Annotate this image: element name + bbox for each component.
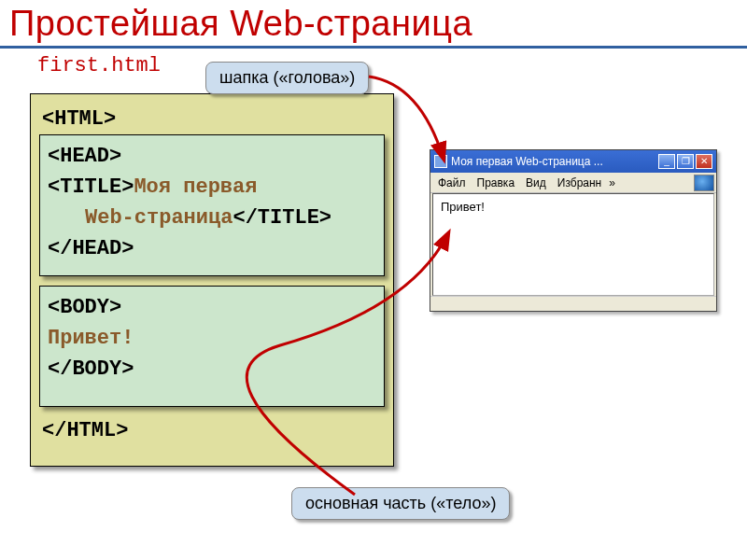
code-title-line1: <TITLE>Моя первая: [48, 172, 376, 203]
code-title-close: </TITLE>: [233, 206, 331, 230]
code-title-text2: Web-страница: [48, 203, 233, 233]
browser-window-title: Моя первая Web-страница ...: [451, 155, 656, 168]
code-html-open: <HTML>: [42, 104, 382, 135]
browser-titlebar: Моя первая Web-страница ... _ ❐ ✕: [430, 150, 716, 173]
browser-content-text: Привет!: [441, 200, 485, 214]
code-title-line2: Web-страница</TITLE>: [48, 203, 376, 233]
code-head-block: <HEAD> <TITLE>Моя первая Web-страница</T…: [39, 134, 385, 276]
code-body-open: <BODY>: [48, 292, 376, 323]
slide-title: Простейшая Web-страница: [0, 0, 747, 46]
menu-view[interactable]: Вид: [520, 176, 552, 189]
filename-label: first.html: [37, 54, 747, 77]
browser-page-icon: [434, 155, 447, 168]
browser-statusbar: [430, 296, 716, 309]
browser-window: Моя первая Web-страница ... _ ❐ ✕ Файл П…: [430, 149, 717, 312]
menu-edit[interactable]: Правка: [472, 176, 521, 189]
code-title-open: <TITLE>: [48, 175, 134, 199]
code-body-block: <BODY> Привет! </BODY>: [39, 286, 385, 407]
code-body-text: Привет!: [48, 323, 376, 354]
menu-file[interactable]: Файл: [432, 176, 472, 189]
menu-favorites[interactable]: Избранн: [552, 176, 607, 189]
code-body-close: </BODY>: [48, 354, 376, 385]
minimize-button[interactable]: _: [658, 154, 675, 169]
code-head-open: <HEAD>: [48, 141, 376, 172]
ie-logo-icon: [694, 175, 714, 191]
maximize-button[interactable]: ❐: [677, 154, 694, 169]
browser-content: Привет!: [432, 193, 714, 296]
browser-menubar: Файл Правка Вид Избранн »: [430, 173, 716, 193]
callout-head: шапка («голова»): [205, 62, 369, 94]
callout-body: основная часть («тело»): [291, 487, 510, 520]
menu-more-chevron[interactable]: »: [607, 176, 617, 189]
code-head-close: </HEAD>: [48, 233, 376, 264]
code-title-text1: Моя первая: [134, 175, 257, 199]
title-underline: [0, 46, 747, 49]
close-button[interactable]: ✕: [696, 154, 712, 169]
code-html-close: </HTML>: [42, 415, 382, 447]
